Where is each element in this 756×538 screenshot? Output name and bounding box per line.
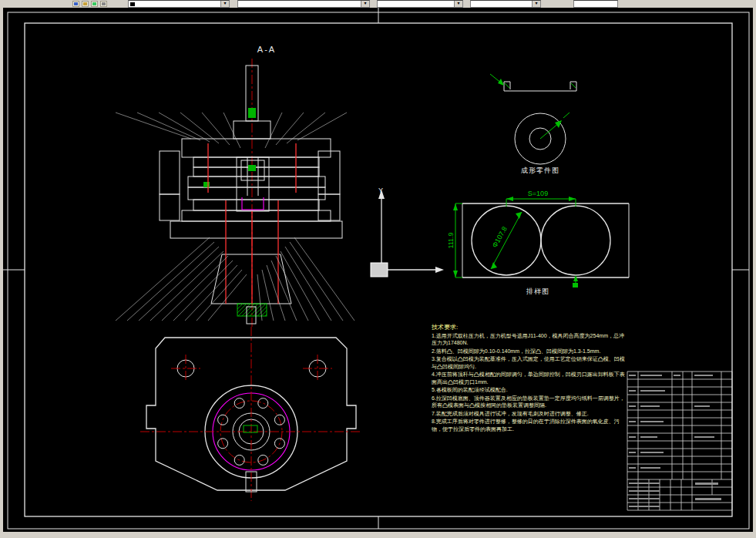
tech-note-item: 6.拉深凹模底面、顶件器装置及相应的垫板装置垫一定厚度均匀纸料一层调整片，所有凸… — [432, 395, 626, 409]
plot-style-field[interactable] — [573, 0, 618, 8]
chevron-down-icon[interactable]: ▾ — [220, 1, 229, 7]
lineweight-combo[interactable]: ▾ — [470, 0, 541, 8]
ucs-icon: Y — [371, 187, 444, 277]
tech-note-item: 2.落料凸、凹模间隙为0.10-0.140mm，拉深凸、凹模间隙为1.3-1.5… — [432, 348, 626, 355]
parts-list-grid — [627, 372, 732, 510]
formed-part-caption: 成形零件图 — [521, 166, 559, 174]
cad-drawing: A-A — [3, 8, 753, 532]
technical-requirements-title: 技术要求: — [432, 324, 626, 331]
color-combo[interactable]: ▾ — [237, 0, 370, 8]
tech-note-item: 8.完成工序后将对零件进行整修，整修的目的在于消除拉深件表面的氧化皮、污物，便于… — [432, 418, 626, 432]
chevron-down-icon[interactable]: ▾ — [454, 1, 462, 7]
toolbar-icon-layer-previous[interactable] — [91, 1, 98, 7]
tech-note-item: 1.选用开式双柱压力机，压力机型号选用J11-400，模具闭合高度为254mm，… — [432, 332, 626, 347]
layer-swatch — [130, 2, 135, 6]
cad-application-window: ▾ ▾ ▾ ▾ — [0, 0, 756, 538]
chevron-down-icon[interactable]: ▾ — [361, 1, 369, 7]
plan-view[interactable] — [140, 327, 362, 501]
section-view[interactable]: A-A — [116, 45, 354, 327]
tech-note-item: 5.各模板间的装配须经试模配合. — [432, 386, 626, 394]
toolbar-icon-make-object-layer[interactable] — [72, 1, 79, 7]
strip-diameter-dimension: Φ107.8 — [491, 225, 509, 249]
linetype-combo[interactable]: ▾ — [377, 0, 463, 8]
tech-note-item: 3.复合模以凸凹模为装配基准件，压入式固定，使用工艺定位销来保证凸模、凹模与凸凹… — [432, 355, 626, 370]
chevron-down-icon[interactable]: ▾ — [532, 1, 540, 7]
section-label: A-A — [257, 45, 276, 54]
tech-note-item: 4.冲压前将顶杆与凸模相配的间隙调匀，单边间隙控制，凹模刃口露出卸料板下表面高出… — [432, 371, 626, 385]
strip-layout-caption: 排样图 — [526, 287, 549, 295]
toolbar-icon-layers[interactable] — [82, 1, 89, 7]
layer-combo[interactable]: ▾ — [128, 0, 230, 8]
app-toolbar: ▾ ▾ ▾ ▾ — [0, 0, 756, 8]
strip-step-dimension: S=109 — [528, 190, 548, 197]
cad-canvas[interactable]: A-A — [3, 8, 753, 532]
technical-requirements: 技术要求: 1.选用开式双柱压力机，压力机型号选用J11-400，模具闭合高度为… — [432, 324, 626, 433]
formed-part-figure[interactable]: 成形零件图 — [490, 74, 576, 174]
strip-layout-figure[interactable]: S=109 111.9 Φ107.8 排样图 — [447, 190, 629, 295]
strip-width-dimension: 111.9 — [447, 232, 455, 248]
toolbar-icon-properties[interactable] — [100, 1, 107, 7]
title-block[interactable] — [627, 372, 732, 510]
tech-note-item: 7.装配完成后须对模具进行试冲，发现有毛刺及时进行调整、修正. — [432, 410, 626, 418]
